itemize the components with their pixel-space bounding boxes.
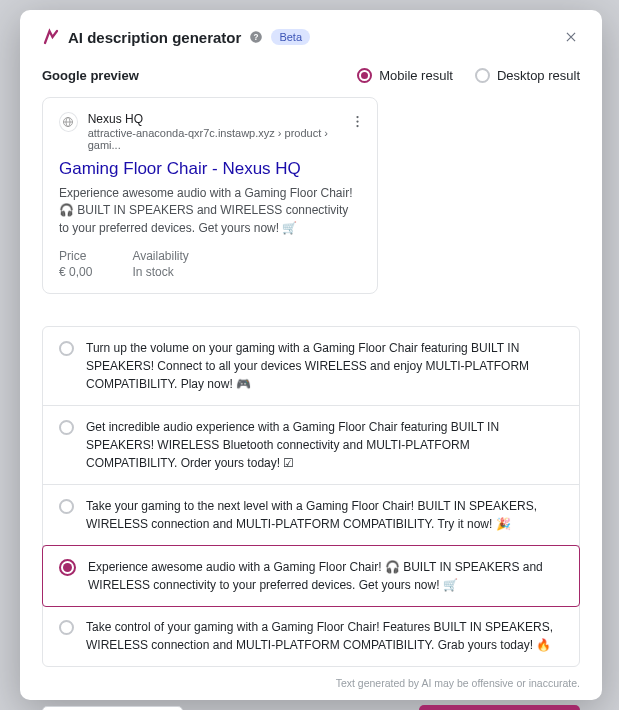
suggestion-text: Experience awesome audio with a Gaming F…	[88, 558, 563, 594]
preview-title: Gaming Floor Chair - Nexus HQ	[59, 159, 361, 179]
radio-unselected-icon	[59, 499, 74, 514]
apply-description-button[interactable]: Apply AI description	[419, 705, 580, 710]
svg-point-5	[356, 116, 358, 118]
suggestion-text: Take control of your gaming with a Gamin…	[86, 618, 563, 654]
mobile-result-label: Mobile result	[379, 68, 453, 83]
radio-unselected-icon	[475, 68, 490, 83]
suggestion-text: Turn up the volume on your gaming with a…	[86, 339, 563, 393]
suggestion-item[interactable]: Experience awesome audio with a Gaming F…	[42, 545, 580, 607]
modal-title: AI description generator	[68, 29, 241, 46]
google-preview-card: Nexus HQ attractive-anaconda-qxr7c.insta…	[42, 97, 378, 294]
radio-selected-icon	[357, 68, 372, 83]
radio-selected-icon	[59, 559, 76, 576]
svg-text:?: ?	[254, 33, 259, 42]
radio-unselected-icon	[59, 620, 74, 635]
close-button[interactable]	[562, 28, 580, 46]
radio-unselected-icon	[59, 341, 74, 356]
suggestion-text: Take your gaming to the next level with …	[86, 497, 563, 533]
globe-favicon-icon	[59, 112, 78, 132]
result-toggle-group: Mobile result Desktop result	[357, 68, 580, 83]
yoast-logo-icon	[42, 28, 60, 46]
preview-controls-row: Google preview Mobile result Desktop res…	[42, 68, 580, 83]
desktop-result-label: Desktop result	[497, 68, 580, 83]
modal-footer: Generate 5 more Apply AI description	[42, 689, 580, 710]
availability-label: Availability	[132, 249, 188, 263]
radio-unselected-icon	[59, 420, 74, 435]
suggestions-list: Turn up the volume on your gaming with a…	[42, 326, 580, 667]
preview-more-menu[interactable]	[354, 112, 361, 134]
help-icon[interactable]: ?	[249, 30, 263, 44]
desktop-result-option[interactable]: Desktop result	[475, 68, 580, 83]
price-value: € 0,00	[59, 265, 92, 279]
preview-card-header: Nexus HQ attractive-anaconda-qxr7c.insta…	[59, 112, 361, 151]
mobile-result-option[interactable]: Mobile result	[357, 68, 453, 83]
ai-disclaimer: Text generated by AI may be offensive or…	[42, 677, 580, 689]
ai-description-modal: AI description generator ? Beta Google p…	[20, 10, 602, 700]
suggestion-item[interactable]: Take control of your gaming with a Gamin…	[43, 606, 579, 666]
suggestion-item[interactable]: Turn up the volume on your gaming with a…	[43, 327, 579, 406]
preview-meta: Price € 0,00 Availability In stock	[59, 249, 361, 279]
preview-url: attractive-anaconda-qxr7c.instawp.xyz › …	[88, 127, 344, 151]
generate-more-button[interactable]: Generate 5 more	[42, 706, 183, 710]
svg-point-7	[356, 125, 358, 127]
price-label: Price	[59, 249, 92, 263]
modal-header: AI description generator ? Beta	[42, 28, 580, 46]
suggestion-text: Get incredible audio experience with a G…	[86, 418, 563, 472]
preview-site-name: Nexus HQ	[88, 112, 344, 126]
suggestion-item[interactable]: Get incredible audio experience with a G…	[43, 406, 579, 485]
preview-description: Experience awesome audio with a Gaming F…	[59, 185, 361, 237]
google-preview-label: Google preview	[42, 68, 139, 83]
beta-badge: Beta	[271, 29, 310, 45]
availability-value: In stock	[132, 265, 188, 279]
svg-point-6	[356, 120, 358, 122]
suggestion-item[interactable]: Take your gaming to the next level with …	[43, 485, 579, 546]
